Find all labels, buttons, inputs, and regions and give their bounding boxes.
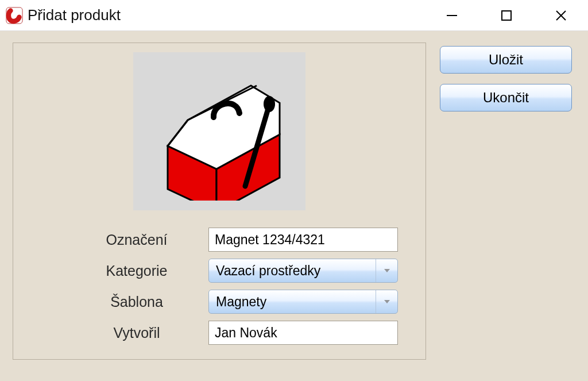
template-value: Magnety bbox=[216, 294, 266, 310]
product-panel: Označení Kategorie Vazací prostředky bbox=[13, 43, 426, 360]
label-created-by: Vytvořil bbox=[65, 325, 208, 341]
row-name: Označení bbox=[65, 228, 408, 252]
save-button[interactable]: Uložit bbox=[440, 46, 572, 74]
close-action-label: Ukončit bbox=[483, 90, 529, 106]
minimize-button[interactable] bbox=[424, 0, 479, 30]
label-name: Označení bbox=[65, 232, 208, 248]
titlebar: Přidat produkt bbox=[0, 0, 588, 31]
svg-marker-13 bbox=[384, 269, 390, 272]
template-combo[interactable]: Magnety bbox=[208, 290, 398, 314]
window-title: Přidat produkt bbox=[28, 6, 121, 24]
label-category: Kategorie bbox=[65, 263, 208, 279]
svg-marker-14 bbox=[384, 300, 390, 303]
maximize-button[interactable] bbox=[479, 0, 533, 30]
product-form: Označení Kategorie Vazací prostředky bbox=[65, 228, 408, 345]
app-icon bbox=[6, 7, 23, 24]
label-template: Šablona bbox=[65, 294, 208, 310]
product-image bbox=[133, 52, 305, 210]
client-area: Označení Kategorie Vazací prostředky bbox=[0, 31, 588, 381]
category-value: Vazací prostředky bbox=[216, 263, 320, 279]
close-action-button[interactable]: Ukončit bbox=[440, 84, 572, 111]
row-category: Kategorie Vazací prostředky bbox=[65, 259, 408, 283]
chevron-down-icon bbox=[376, 290, 397, 313]
window-controls bbox=[424, 0, 588, 30]
name-input[interactable] bbox=[208, 228, 398, 252]
action-buttons: Uložit Ukončit bbox=[440, 46, 572, 122]
row-created-by: Vytvořil bbox=[65, 321, 408, 345]
save-button-label: Uložit bbox=[489, 52, 523, 68]
svg-point-12 bbox=[264, 96, 275, 112]
close-button[interactable] bbox=[533, 0, 588, 30]
chevron-down-icon bbox=[376, 259, 397, 282]
category-combo[interactable]: Vazací prostředky bbox=[208, 259, 398, 283]
created-by-input[interactable] bbox=[208, 321, 398, 345]
row-template: Šablona Magnety bbox=[65, 290, 408, 314]
svg-rect-2 bbox=[502, 11, 511, 20]
